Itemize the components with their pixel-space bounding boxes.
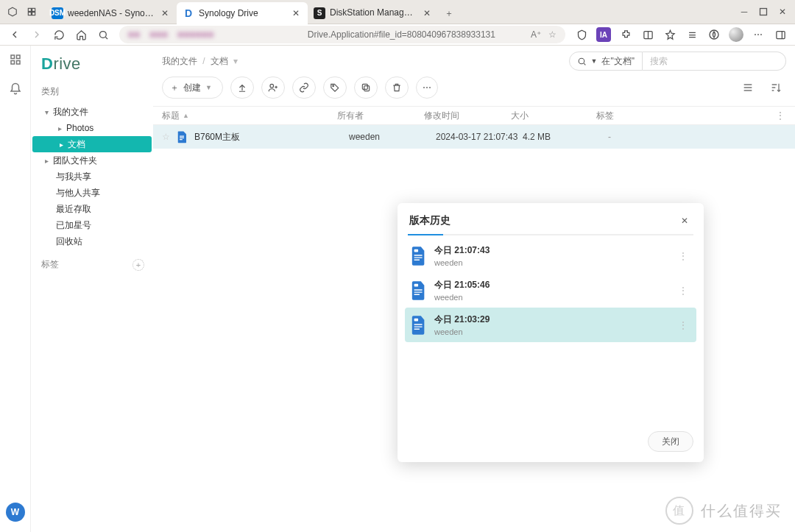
browser-tab[interactable]: S DiskStation Manager 7.2 | 群晖科 ✕ [308,2,439,24]
favorites-bar-icon[interactable] [660,26,680,43]
address-url: Drive.Application#file_id=80804096783893… [308,29,495,40]
svg-rect-1 [32,8,35,11]
nav-home-icon[interactable] [71,26,91,43]
nav-refresh-icon[interactable] [49,26,69,43]
document-icon [411,281,427,300]
version-time: 今日 21:03:29 [434,313,668,326]
svg-rect-2 [28,13,31,15]
add-label-button[interactable]: + [132,259,144,271]
nav-forward-icon [26,26,47,43]
version-item[interactable]: 今日 21:05:46 weeden ⋮ [405,273,696,308]
tab-favicon: D [183,7,194,19]
sidebar-item-label: 已加星号 [56,219,91,232]
dialog-close-icon[interactable]: ✕ [677,213,692,228]
version-list: 今日 21:07:43 weeden ⋮ 今日 21:05:46 weeden … [398,235,704,345]
sidebar-item-label: 与我共享 [56,171,91,183]
window-close-icon[interactable]: ✕ [773,2,792,21]
version-time: 今日 21:05:46 [434,279,668,291]
window-box-icon[interactable] [3,2,22,21]
collections-icon[interactable] [682,26,702,43]
version-more-icon[interactable]: ⋮ [676,251,690,261]
sidebar-item-myfiles[interactable]: ▾ 我的文件 [31,104,153,120]
version-more-icon[interactable]: ⋮ [676,285,690,296]
version-user: weeden [434,327,668,336]
apps-grid-icon[interactable] [9,53,22,66]
sidebar-item-label: 团队文件夹 [53,155,97,167]
new-tab-button[interactable]: ＋ [439,4,459,24]
sidebar-item-label: 与他人共享 [56,187,100,199]
browser-tab[interactable]: DSM weedenNAS - Synology NAS ✕ [46,2,177,24]
browser-toolbar: ■■ ■■■ ■■■■■■ Drive.Application#file_id=… [0,24,795,46]
app-brand: Drive [31,53,153,84]
address-bar[interactable]: ■■ ■■■ ■■■■■■ Drive.Application#file_id=… [119,26,565,43]
window-minimize-icon[interactable]: ─ [735,2,754,21]
sidebar-item-recent[interactable]: 最近存取 [31,201,153,217]
workspaces-icon[interactable] [22,2,41,21]
profile-avatar[interactable] [726,26,746,43]
tab-title: Synology Drive [199,8,286,18]
version-history-dialog: 版本历史 ✕ 今日 21:07:43 weeden ⋮ [398,203,704,462]
nav-back-icon[interactable] [4,26,25,43]
caret-right-icon: ▸ [43,157,50,165]
sidebar-item-label: 我的文件 [53,106,88,118]
sidebar-heading-labels: 标签 [41,258,59,271]
sidebar-item-label: Photos [66,123,93,133]
browser-menu-icon[interactable]: ⋯ [748,26,768,43]
tab-close-icon[interactable]: ✕ [159,7,171,19]
app-rail: W [0,46,31,532]
svg-rect-9 [11,55,15,59]
caret-right-icon: ▸ [57,141,65,149]
sidebar-item-label: 最近存取 [56,203,91,216]
svg-point-5 [99,31,106,38]
tracking-shield-icon[interactable] [571,26,592,43]
favorite-icon[interactable]: ☆ [548,29,556,40]
dialog-overlay: 版本历史 ✕ 今日 21:07:43 weeden ⋮ [153,46,795,532]
window-maximize-icon[interactable] [754,2,773,21]
address-redacted: ■■ ■■■ ■■■■■■ [128,29,214,40]
sidebar-item-trash[interactable]: 回收站 [31,233,153,249]
svg-rect-18 [414,249,419,252]
version-item[interactable]: 今日 21:07:43 weeden ⋮ [405,238,696,273]
nav-search-icon[interactable] [93,26,113,43]
svg-rect-12 [16,61,20,65]
sidebar-item-shared-with-me[interactable]: 与我共享 [31,169,153,185]
version-user: weeden [434,293,668,302]
tab-close-icon[interactable]: ✕ [421,7,433,19]
document-icon [411,316,427,335]
sidebar: Drive 类别 ▾ 我的文件 ▸ Photos ▸ 文档 ▸ 团队文件夹 与我… [31,46,153,532]
tab-favicon: DSM [52,7,63,19]
svg-rect-4 [760,9,767,15]
browser-tab[interactable]: D Synology Drive ✕ [177,2,308,24]
sidebar-item-label: 回收站 [56,235,82,248]
version-more-icon[interactable]: ⋮ [676,320,690,330]
svg-rect-10 [16,55,20,59]
document-icon [411,247,427,266]
tab-close-icon[interactable]: ✕ [290,7,302,19]
dialog-close-button[interactable]: 关闭 [648,431,693,452]
sidebar-item-photos[interactable]: ▸ Photos [31,120,153,136]
sidebar-item-docs[interactable]: ▸ 文档 [32,136,152,152]
dialog-title: 版本历史 [409,214,451,227]
sidebar-item-team[interactable]: ▸ 团队文件夹 [31,152,153,169]
sidebar-item-starred[interactable]: 已加星号 [31,217,153,233]
user-avatar[interactable]: W [6,503,25,522]
tab-title: weedenNAS - Synology NAS [68,8,155,18]
caret-right-icon: ▸ [56,124,63,132]
reader-mode-icon[interactable]: A⁺ [531,29,541,40]
notifications-icon[interactable] [9,82,22,96]
tab-title: DiskStation Manager 7.2 | 群晖科 [330,7,417,19]
browser-tabstrip: DSM weedenNAS - Synology NAS ✕ D Synolog… [0,0,795,24]
sidebar-heading-categories: 类别 [31,84,153,104]
split-view-icon[interactable] [637,26,658,43]
svg-rect-20 [414,318,419,321]
svg-rect-8 [776,31,784,38]
version-user: weeden [434,258,668,267]
extensions-icon[interactable] [615,26,636,43]
sidebar-item-shared-with-others[interactable]: 与他人共享 [31,185,153,201]
extension-ia-badge[interactable]: IA [593,26,614,43]
svg-rect-11 [11,61,15,65]
browser-toolbar-icon[interactable] [704,26,724,43]
sidebar-item-label: 文档 [68,138,85,151]
version-item[interactable]: 今日 21:03:29 weeden ⋮ [405,308,696,342]
sidebar-toggle-icon[interactable] [770,26,791,43]
